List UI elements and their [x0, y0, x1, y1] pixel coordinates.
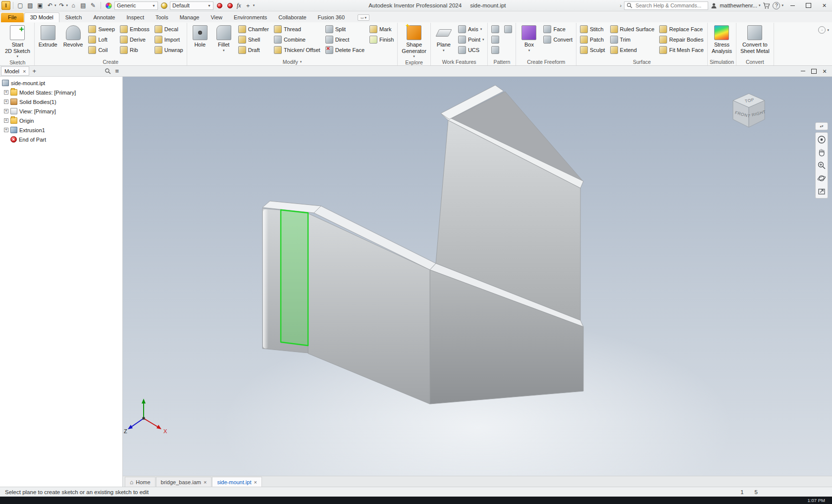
finish-button[interactable]: Finish [367, 35, 396, 45]
part-model[interactable] [123, 77, 832, 476]
sketch-driven-pattern-button[interactable] [489, 45, 501, 55]
zoom-icon[interactable] [816, 159, 827, 171]
direct-button[interactable]: Direct [323, 35, 366, 45]
search-input[interactable] [634, 2, 706, 9]
ribbon-tab-tools[interactable]: Tools [150, 13, 174, 22]
extend-button[interactable]: Extend [608, 45, 657, 55]
orbit-icon[interactable] [816, 172, 827, 184]
document-tab-side-mount-ipt[interactable]: side-mount.ipt× [212, 477, 262, 487]
ribbon-tab-inspect[interactable]: Inspect [121, 13, 150, 22]
signed-in-user[interactable]: matthewrhenr... [720, 2, 757, 8]
fit-mesh-face-button[interactable]: Fit Mesh Face [657, 45, 706, 55]
mirror-pattern-button[interactable] [502, 24, 514, 34]
ribbon-options-button[interactable]: ◦▾ [818, 26, 829, 34]
ribbon-tab-environments[interactable]: Environments [228, 13, 272, 22]
ribbon-tab-3d-model[interactable]: 3D Model [24, 12, 59, 22]
pan-icon[interactable] [816, 147, 827, 158]
material-dropdown[interactable]: Generic▼ [114, 1, 158, 10]
open-icon[interactable]: ▧ [26, 1, 35, 10]
undo-icon[interactable]: ↶ [46, 1, 54, 10]
repair-bodies-button[interactable]: Repair Bodies [657, 35, 706, 45]
hole-button[interactable]: Hole [189, 23, 211, 49]
tree-item-extrusion1[interactable]: +Extrusion1 [0, 125, 122, 135]
start-2d-sketch-button[interactable]: Start 2D Sketch▾ [2, 23, 33, 59]
close-icon[interactable]: × [23, 68, 26, 74]
home-icon[interactable]: ⌂ [69, 1, 78, 10]
convert-button[interactable]: Convert [541, 35, 574, 45]
undo-icon-dropdown[interactable]: ▾ [54, 3, 56, 7]
extrude-button[interactable]: Extrude [36, 23, 60, 49]
convert-to-sheet-metal-button[interactable]: Convert to Sheet Metal [738, 23, 772, 55]
thread-button[interactable]: Thread [272, 24, 322, 34]
ribbon-tab-collaborate[interactable]: Collaborate [273, 13, 312, 22]
close-icon[interactable]: × [254, 479, 257, 485]
chamfer-button[interactable]: Chamfer [236, 24, 271, 34]
expand-icon[interactable]: + [4, 118, 8, 123]
save-icon[interactable]: ▣ [36, 1, 45, 10]
viewport-3d[interactable]: TOP FRONT RIGHT ▴▾ [123, 77, 832, 476]
part-faces[interactable] [262, 85, 583, 404]
tree-item-view-primary[interactable]: +View: [Primary] [0, 106, 122, 116]
tree-item-end-of-part[interactable]: ×End of Part [0, 135, 122, 144]
ribbon-collapse-button[interactable]: ▭ ▾ [358, 14, 369, 21]
ribbon-tab-manage[interactable]: Manage [174, 13, 205, 22]
split-button[interactable]: Split [323, 24, 366, 34]
document-restore-button[interactable] [808, 66, 819, 76]
tree-item-model-states-primary[interactable]: +Model States: [Primary] [0, 88, 122, 97]
cart-icon[interactable] [763, 2, 770, 9]
face-button[interactable]: Face [541, 24, 574, 34]
draft-button[interactable]: Draft [236, 45, 271, 55]
ribbon-tab-annotate[interactable]: Annotate [88, 13, 120, 22]
browser-tab-model[interactable]: Model × [1, 66, 29, 76]
axis-button[interactable]: Axis▾ [456, 24, 486, 34]
expand-icon[interactable]: + [4, 90, 8, 95]
redo-icon-dropdown[interactable]: ▾ [66, 3, 68, 7]
expand-icon[interactable]: + [4, 109, 8, 113]
circular-pattern-button[interactable] [489, 35, 501, 45]
navbar-dock-button[interactable]: ▴▾ [815, 122, 828, 130]
add-command-icon[interactable]: ＋ [244, 1, 253, 10]
ribbon-tab-file[interactable]: File [1, 13, 24, 22]
minimize-button[interactable] [786, 0, 799, 11]
inventor-logo[interactable]: I [1, 1, 10, 10]
loft-button[interactable]: Loft [86, 35, 117, 45]
help-search-box[interactable] [624, 1, 708, 10]
thicken-offset-button[interactable]: Thicken/ Offset [272, 45, 322, 55]
unwrap-button[interactable]: Unwrap [153, 45, 185, 55]
tree-item-side-mount-ipt[interactable]: side-mount.ipt [0, 78, 122, 88]
replace-face-button[interactable]: Replace Face [657, 24, 706, 34]
view-cube[interactable]: TOP FRONT RIGHT [723, 89, 775, 134]
fillet-button[interactable]: Fillet▾ [212, 23, 235, 53]
redo-icon[interactable]: ↷ [57, 1, 66, 10]
user-menu-chevron[interactable]: ▾ [759, 3, 761, 7]
document-minimize-button[interactable] [797, 66, 808, 76]
rib-button[interactable]: Rib [118, 45, 152, 55]
browser-search-icon[interactable] [104, 68, 111, 74]
tree-item-origin[interactable]: +Origin [0, 116, 122, 125]
clipboard-icon[interactable]: ▤ [79, 1, 88, 10]
document-close-button[interactable]: × [819, 66, 830, 76]
expand-arrow-icon[interactable]: › [620, 2, 622, 8]
maximize-button[interactable] [802, 0, 815, 11]
shape-generator-button[interactable]: Shape Generator▾ [399, 23, 429, 59]
combine-button[interactable]: Combine [272, 35, 322, 45]
delete-face-button[interactable]: Delete Face [323, 45, 366, 55]
close-icon[interactable]: × [204, 479, 207, 485]
rectangular-pattern-button[interactable] [489, 24, 501, 34]
status-count-1[interactable]: 5 [755, 489, 758, 495]
expand-icon[interactable]: + [4, 128, 8, 132]
trim-button[interactable]: Trim [608, 35, 657, 45]
stitch-button[interactable]: Stitch [578, 24, 607, 34]
decal-button[interactable]: Decal [153, 24, 185, 34]
revolve-button[interactable]: Revolve [61, 23, 86, 49]
document-tab-bridge-base-iam[interactable]: bridge_base.iam× [156, 477, 212, 487]
appearance-adjust-icon[interactable] [215, 1, 224, 10]
panel-label-modify[interactable]: Modify▾ [189, 58, 396, 65]
add-browser-tab-button[interactable]: + [30, 67, 38, 75]
navigation-wheel-icon[interactable] [816, 134, 827, 146]
derive-button[interactable]: Derive [118, 35, 152, 45]
parameters-fx-button[interactable]: fx [236, 2, 242, 9]
ruled-surface-button[interactable]: Ruled Surface [608, 24, 657, 34]
point-button[interactable]: Point▾ [456, 35, 486, 45]
help-menu-chevron[interactable]: ▾ [781, 3, 783, 7]
